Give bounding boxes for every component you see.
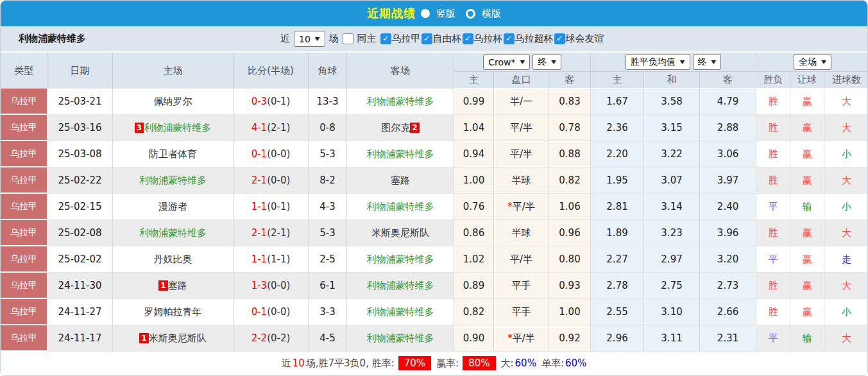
league-checkbox-3[interactable]: ✓: [504, 33, 515, 44]
league-cell: 乌拉甲: [1, 167, 47, 194]
team-name-text: 利物浦蒙特维多: [367, 306, 434, 318]
home-team-cell: 利物浦蒙特维多: [113, 220, 234, 246]
league-cell: 乌拉甲: [1, 325, 47, 352]
eu-draw-odds-cell: 3.10: [644, 299, 700, 325]
half-time-score: (0-2): [267, 332, 290, 344]
team-name-text: 利物浦蒙特维多: [367, 332, 434, 344]
col-header-goals: 进球数: [824, 72, 868, 89]
goals-result-cell: 大: [824, 273, 868, 299]
same-home-checkbox[interactable]: [343, 33, 353, 44]
eu-odds-group-header: 胜平负均值▼ 终▼: [591, 53, 756, 72]
eu-home-odds-cell: 2.55: [591, 299, 644, 325]
league-checkbox-4[interactable]: ✓: [554, 33, 565, 44]
league-cell: 乌拉甲: [1, 299, 47, 325]
result-cell: 平: [756, 246, 790, 273]
away-team-cell: 利物浦蒙特维多: [347, 141, 454, 167]
league-label-0: 乌拉甲: [392, 33, 421, 45]
match-row: 乌拉甲25-02-02丹奴比奥1-1(1-1)2-5利物浦蒙特维多1.02平/半…: [1, 246, 868, 273]
handicap-star: *: [507, 332, 513, 344]
match-count-select[interactable]: 10▼: [294, 31, 325, 47]
team-name-text: 利物浦蒙特维多: [139, 227, 207, 239]
eu-draw-odds-cell: 2.75: [644, 273, 700, 299]
scope-select[interactable]: 全场▼: [794, 54, 831, 70]
result-cell: 平: [756, 325, 790, 352]
title-bar: 近期战绩 竖版 横版: [1, 1, 867, 26]
scope-group-header: 全场▼: [756, 53, 868, 72]
full-time-score: 0-1: [251, 306, 268, 318]
horizontal-layout-radio[interactable]: [466, 9, 475, 19]
handicap-result-cell: 赢: [790, 273, 824, 299]
summary-detail: 场,胜7平3负0, 胜率:: [306, 357, 395, 370]
full-time-score: 1-1: [251, 253, 268, 265]
corners-cell: 4-5: [309, 325, 347, 352]
asia-home-odds-cell: 0.86: [454, 220, 494, 246]
result-cell: 胜: [756, 273, 790, 299]
corners-cell: 3-3: [309, 299, 347, 325]
horizontal-layout-label: 横版: [482, 8, 501, 20]
date-cell: 25-02-22: [47, 167, 113, 194]
half-time-score: (1-1): [267, 253, 290, 265]
asia-home-odds-cell: 0.76: [454, 194, 494, 220]
corners-cell: 13-3: [309, 89, 347, 115]
away-team-cell: 利物浦蒙特维多: [347, 194, 454, 220]
panel-title: 近期战绩: [367, 6, 416, 21]
match-row: 乌拉甲25-03-163利物浦蒙特维多4-1(2-1)0-8图尔克21.04平/…: [1, 115, 868, 141]
date-cell: 25-02-02: [47, 246, 113, 273]
away-team-cell: 利物浦蒙特维多: [347, 246, 454, 273]
league-checkbox-2[interactable]: ✓: [463, 33, 473, 44]
eu-home-odds-cell: 2.20: [591, 141, 644, 167]
result-cell: 胜: [756, 115, 790, 141]
eu-away-odds-cell: 4.79: [700, 89, 756, 115]
asia-away-odds-cell: 1.00: [549, 299, 591, 325]
team-name-text: 塞路: [168, 280, 187, 291]
full-time-score: 1-1: [251, 201, 268, 212]
handicap-result-cell: 赢: [790, 141, 824, 167]
score-cell: 0-3(0-1): [234, 89, 309, 115]
goals-result-cell: 大: [824, 89, 868, 115]
result-cell: 胜: [756, 141, 790, 167]
asia-home-odds-cell: 0.89: [454, 273, 494, 299]
col-header-handicap: 盘口: [494, 72, 549, 89]
corners-cell: 0-8: [309, 115, 347, 141]
league-checkbox-0[interactable]: ✓: [380, 33, 391, 44]
eu-odds-time-select[interactable]: 终▼: [693, 54, 722, 70]
home-team-cell: 佩纳罗尔: [113, 89, 234, 115]
match-row: 乌拉甲25-02-15漫游者1-1(0-1)4-3利物浦蒙特维多0.76*平/半…: [1, 194, 868, 220]
league-checkbox-1[interactable]: ✓: [421, 33, 432, 44]
half-time-score: (0-0): [267, 148, 290, 160]
goals-result-cell: 小: [824, 141, 868, 167]
eu-odds-source-select[interactable]: 胜平负均值▼: [625, 54, 690, 70]
handicap-cell: *平/半: [494, 194, 549, 220]
full-time-score: 1-3: [251, 280, 268, 291]
team-name-text: 利物浦蒙特维多: [367, 201, 434, 212]
eu-away-odds-cell: 3.96: [700, 220, 756, 246]
col-header-eu-draw: 和: [644, 72, 700, 89]
away-team-cell: 米斯奥尼斯队: [347, 220, 454, 246]
handicap-result-cell: 赢: [790, 167, 824, 194]
big-rate-label: 大:: [501, 357, 514, 370]
eu-home-odds-cell: 2.78: [591, 273, 644, 299]
red-card-badge: 1: [139, 333, 148, 343]
filter-bar: 利物浦蒙特维多 近 10▼ 场 同主 ✓乌拉甲✓自由杯✓乌拉杯✓乌拉超杯✓球会友…: [1, 26, 867, 53]
chevron-down-icon: ▼: [821, 59, 826, 65]
asia-odds-time-select[interactable]: 终▼: [532, 54, 561, 70]
half-time-score: (2-1): [267, 227, 290, 239]
match-row: 乌拉甲25-03-08防卫者体育0-1(0-0)5-3利物浦蒙特维多0.94平/…: [1, 141, 868, 167]
away-team-cell: 利物浦蒙特维多: [347, 89, 454, 115]
handicap-cell: *平/半: [494, 325, 549, 352]
asia-odds-source-select[interactable]: Crow*▼: [483, 54, 530, 70]
vertical-layout-radio[interactable]: [421, 9, 430, 18]
eu-home-odds-cell: 2.81: [591, 194, 644, 220]
goals-result-cell: 小: [824, 299, 868, 325]
handicap-cell: 平/半: [494, 115, 549, 141]
handicap-cell: 平/半: [494, 141, 549, 167]
eu-away-odds-cell: 3.06: [700, 141, 756, 167]
eu-draw-odds-cell: 3.07: [644, 167, 700, 194]
team-name-text: 利物浦蒙特维多: [144, 122, 211, 133]
eu-home-odds-cell: 1.89: [591, 220, 644, 246]
asia-odds-group-header: Crow*▼ 终▼: [454, 53, 591, 72]
corners-cell: 5-3: [309, 141, 347, 167]
full-time-score: 2-1: [251, 175, 268, 186]
score-cell: 1-1(0-1): [234, 194, 309, 220]
result-cell: 胜: [756, 220, 790, 246]
